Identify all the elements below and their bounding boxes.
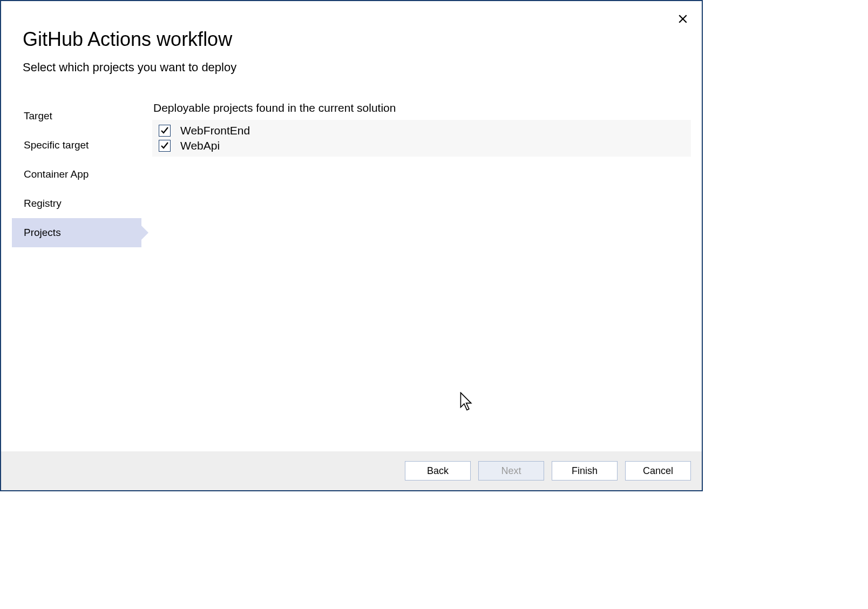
wizard-dialog: GitHub Actions workflow Select which pro… — [0, 0, 703, 491]
project-row: WebApi — [152, 138, 691, 153]
project-row: WebFrontEnd — [152, 123, 691, 138]
sidebar-item-label: Target — [24, 110, 52, 121]
sidebar-item-target[interactable]: Target — [12, 102, 141, 131]
dialog-title: GitHub Actions workflow — [23, 28, 680, 51]
sidebar-item-container-app[interactable]: Container App — [12, 160, 141, 189]
checkmark-icon — [160, 124, 169, 137]
project-name-label: WebApi — [180, 139, 220, 152]
cancel-button[interactable]: Cancel — [625, 461, 691, 481]
dialog-footer: Back Next Finish Cancel — [1, 451, 702, 490]
sidebar-item-label: Projects — [24, 227, 61, 238]
project-checkbox-webfrontend[interactable] — [159, 125, 171, 137]
sidebar-item-label: Specific target — [24, 139, 89, 151]
sidebar-item-label: Container App — [24, 168, 89, 180]
sidebar-item-registry[interactable]: Registry — [12, 189, 141, 218]
dialog-subtitle: Select which projects you want to deploy — [23, 60, 680, 75]
main-panel: Deployable projects found in the current… — [141, 102, 691, 451]
dialog-header: GitHub Actions workflow Select which pro… — [1, 1, 702, 85]
section-label: Deployable projects found in the current… — [152, 102, 691, 114]
back-button[interactable]: Back — [405, 461, 471, 481]
next-button: Next — [478, 461, 544, 481]
finish-button[interactable]: Finish — [552, 461, 618, 481]
wizard-sidebar: Target Specific target Container App Reg… — [12, 102, 141, 451]
project-checkbox-webapi[interactable] — [159, 140, 171, 152]
close-button[interactable] — [675, 12, 691, 28]
sidebar-item-specific-target[interactable]: Specific target — [12, 131, 141, 160]
project-list: WebFrontEnd WebApi — [152, 120, 691, 157]
sidebar-item-label: Registry — [24, 198, 62, 209]
close-icon — [678, 14, 688, 26]
project-name-label: WebFrontEnd — [180, 124, 250, 137]
sidebar-item-projects[interactable]: Projects — [12, 218, 141, 247]
dialog-body: Target Specific target Container App Reg… — [1, 85, 702, 451]
checkmark-icon — [160, 139, 169, 152]
